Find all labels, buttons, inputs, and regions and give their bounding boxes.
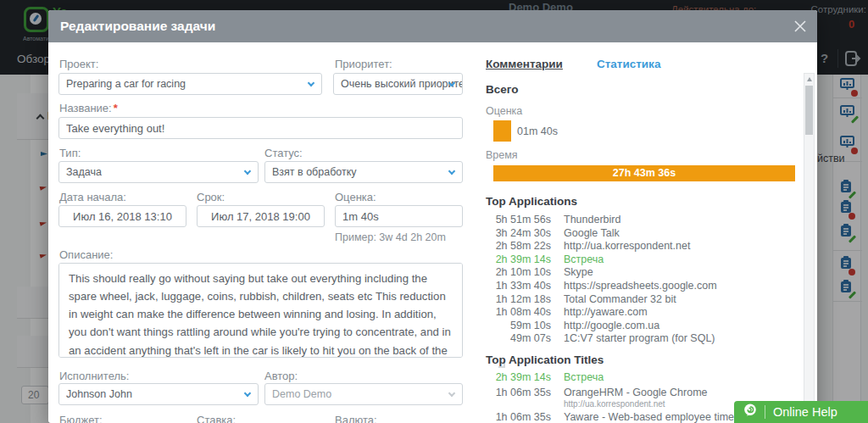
estimate-bar: 01m 40s <box>493 120 804 142</box>
app-row: 59m 10shttp://google.com.ua <box>486 320 804 333</box>
description-label: Описание: <box>59 248 113 261</box>
top-apps-heading: Top Applications <box>486 195 804 208</box>
title-row: 2h 39m 14s Встреча <box>486 371 804 385</box>
stats-scrollbar[interactable] <box>804 73 815 423</box>
chat-bubble-icon <box>743 403 758 421</box>
currency-label: Валюта: <box>335 414 377 423</box>
priority-select[interactable]: Очень высокий приоритет <box>333 73 463 95</box>
type-select[interactable]: Задача <box>58 161 259 183</box>
estimate-input[interactable] <box>335 205 463 227</box>
project-select[interactable]: Preparing a car for racing <box>58 73 322 95</box>
app-row: 2h 10m 10sSkype <box>486 266 804 280</box>
status-label: Статус: <box>264 147 303 159</box>
app-row: 5h 51m 56sThunderbird <box>486 214 804 227</box>
statistics-panel: Комментарии Статистика Всего Оценка 01m … <box>486 58 804 423</box>
app-row: 49m 07s1C:V7 starter program (for SQL) <box>486 332 804 346</box>
button-divider <box>765 405 765 419</box>
estimate-hint: Пример: 3w 4d 2h 20m <box>335 231 446 243</box>
project-label: Проект: <box>59 58 98 70</box>
total-heading: Всего <box>486 83 804 96</box>
estimate-label: Оценка: <box>335 191 376 203</box>
status-select[interactable]: Взят в обработку <box>264 161 463 183</box>
modal-header: Редактирование задачи <box>48 10 817 42</box>
type-label: Тип: <box>59 147 81 159</box>
chevron-down-icon <box>308 80 314 86</box>
assignee-label: Исполнитель: <box>59 370 129 382</box>
rate-label: Ставка: <box>197 414 236 423</box>
description-textarea[interactable]: This should really go without saying but… <box>58 263 463 358</box>
time-bar: 27h 43m 36s <box>493 165 795 181</box>
priority-label: Приоритет: <box>335 58 392 70</box>
deadline-input[interactable] <box>197 205 325 227</box>
scroll-thumb[interactable] <box>805 86 813 135</box>
start-date-input[interactable] <box>58 205 186 227</box>
author-label: Автор: <box>264 370 298 382</box>
author-select[interactable]: Demo Demo <box>264 383 463 405</box>
online-help-button[interactable]: Online Help <box>734 401 868 423</box>
screen: Ya Ti Автоматичес Demo Demo Действительн… <box>0 0 868 423</box>
task-name-input[interactable] <box>58 117 463 139</box>
app-row: 2h 39m 14sВстреча <box>486 253 804 267</box>
app-row: 1h 33m 40shttps://spreadsheets.google.co… <box>486 280 804 293</box>
start-date-label: Дата начала: <box>59 191 126 203</box>
estimate-bar-label: Оценка <box>486 105 804 117</box>
stats-tabs: Комментарии Статистика <box>486 58 804 70</box>
tab-comments[interactable]: Комментарии <box>486 58 563 70</box>
app-row: 1h 12m 18sTotal Commander 32 bit <box>486 293 804 307</box>
assignee-select[interactable]: Johnson John <box>58 383 259 405</box>
chevron-down-icon <box>244 168 251 175</box>
task-name-label: Название:* <box>59 102 118 114</box>
top-apps-list: 5h 51m 56sThunderbird 3h 24m 30sGoogle T… <box>486 214 804 346</box>
budget-label: Бюджет: <box>59 414 103 423</box>
estimate-bar-fill <box>493 120 511 142</box>
required-asterisk: * <box>114 102 118 114</box>
chevron-down-icon <box>448 390 455 397</box>
scroll-up-icon[interactable] <box>807 77 812 81</box>
app-row: 2h 58m 22shttp://ua.korrespondent.net <box>486 240 804 253</box>
estimate-bar-value: 01m 40s <box>517 125 558 137</box>
chevron-down-icon <box>244 390 251 397</box>
deadline-label: Срок: <box>197 191 225 203</box>
edit-task-modal: Редактирование задачи Проект: Preparing … <box>48 10 817 423</box>
tab-statistics[interactable]: Статистика <box>597 58 660 70</box>
app-row: 1h 08m 40shttp://yaware.com <box>486 306 804 320</box>
top-titles-heading: Top Application Titles <box>486 353 804 366</box>
modal-title: Редактирование задачи <box>60 19 215 34</box>
close-icon[interactable] <box>793 19 807 33</box>
time-bar-label: Время <box>486 149 804 161</box>
chevron-down-icon <box>448 168 455 175</box>
app-row: 3h 24m 30sGoogle Talk <box>486 227 804 241</box>
online-help-label: Online Help <box>773 405 837 419</box>
title-url: http://ua.korrespondent.net <box>564 399 708 409</box>
